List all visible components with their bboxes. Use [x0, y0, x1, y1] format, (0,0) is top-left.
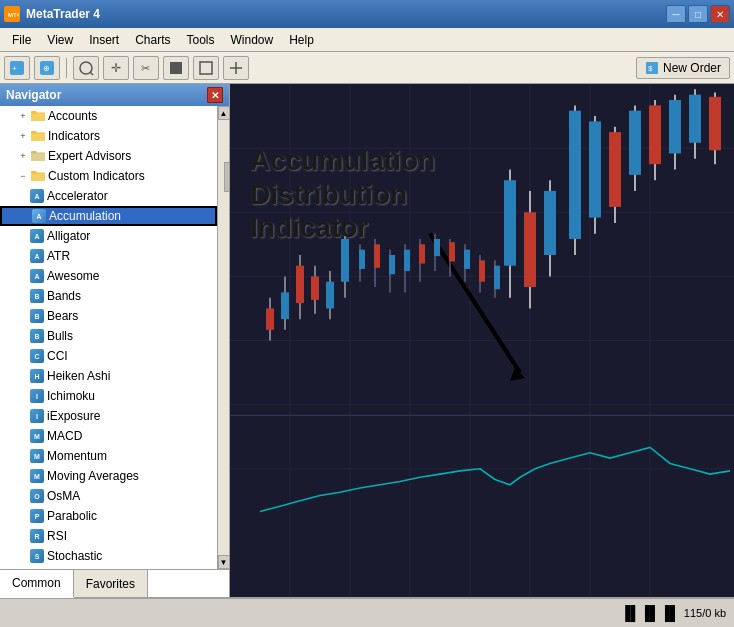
svg-text:⊕: ⊕	[43, 64, 50, 73]
moving-averages-icon: M	[30, 469, 44, 483]
tree-item-heiken-ashi[interactable]: H Heiken Ashi	[0, 366, 217, 386]
bands-icon: B	[30, 289, 44, 303]
svg-rect-36	[296, 266, 304, 303]
tab-favorites[interactable]: Favorites	[74, 570, 148, 597]
status-chart-icon: ▐▌▐▌▐▌	[620, 605, 680, 621]
tree-item-macd[interactable]: M MACD	[0, 426, 217, 446]
momentum-label: Momentum	[47, 449, 107, 463]
svg-rect-10	[170, 62, 182, 74]
expand-accounts-icon: +	[16, 109, 30, 123]
scroll-up-button[interactable]: ▲	[218, 106, 230, 120]
menu-tools[interactable]: Tools	[179, 31, 223, 49]
tree-item-awesome[interactable]: A Awesome	[0, 266, 217, 286]
title-bar-left: MT4 MetaTrader 4	[4, 6, 100, 22]
tree-item-rsi[interactable]: R RSI	[0, 526, 217, 546]
tree-item-custom-indicators[interactable]: − Custom Indicators	[0, 166, 217, 186]
navigator-scrollbar[interactable]: ▲ ▼	[217, 106, 229, 569]
toolbar-btn-8[interactable]	[223, 56, 249, 80]
tree-item-accumulation[interactable]: A Accumulation	[0, 206, 217, 226]
stochastic-icon: S	[30, 549, 44, 563]
svg-rect-11	[200, 62, 212, 74]
accounts-label: Accounts	[48, 109, 97, 123]
rsi-icon: R	[30, 529, 44, 543]
minimize-button[interactable]: ─	[666, 5, 686, 23]
scroll-thumb[interactable]	[224, 162, 230, 192]
svg-rect-81	[419, 244, 425, 263]
menu-view[interactable]: View	[39, 31, 81, 49]
stochastic-label: Stochastic	[47, 549, 102, 563]
svg-rect-40	[326, 282, 334, 309]
menu-window[interactable]: Window	[223, 31, 282, 49]
maximize-button[interactable]: □	[688, 5, 708, 23]
chart-area: Accumulation Distribution Indicator	[230, 84, 734, 597]
alligator-icon: A	[30, 229, 44, 243]
svg-rect-56	[609, 132, 621, 207]
toolbar-btn-2[interactable]: ⊕	[34, 56, 60, 80]
tree-item-momentum[interactable]: M Momentum	[0, 446, 217, 466]
tree-item-indicators[interactable]: + Indicators	[0, 126, 217, 146]
expand-indicators-icon: +	[16, 129, 30, 143]
indicators-label: Indicators	[48, 129, 100, 143]
status-memory-text: 115/0 kb	[684, 607, 726, 619]
tree-item-accelerator[interactable]: A Accelerator	[0, 186, 217, 206]
toolbar-btn-7[interactable]	[193, 56, 219, 80]
tree-item-stochastic[interactable]: S Stochastic	[0, 546, 217, 566]
tree-item-expert-advisors[interactable]: + Expert Advisors	[0, 146, 217, 166]
moving-averages-label: Moving Averages	[47, 469, 139, 483]
macd-icon: M	[30, 429, 44, 443]
rsi-label: RSI	[47, 529, 67, 543]
tree-item-osma[interactable]: O OsMA	[0, 486, 217, 506]
svg-rect-34	[281, 292, 289, 319]
ci-label: Custom Indicators	[48, 169, 145, 183]
new-order-button[interactable]: $ New Order	[636, 57, 730, 79]
tree-item-accounts[interactable]: + Accounts	[0, 106, 217, 126]
osma-label: OsMA	[47, 489, 80, 503]
menu-insert[interactable]: Insert	[81, 31, 127, 49]
menu-charts[interactable]: Charts	[127, 31, 178, 49]
toolbar-btn-1[interactable]: +	[4, 56, 30, 80]
tree-item-moving-averages[interactable]: M Moving Averages	[0, 466, 217, 486]
bands-label: Bands	[47, 289, 81, 303]
menu-help[interactable]: Help	[281, 31, 322, 49]
expand-ci-icon: −	[16, 169, 30, 183]
tree-item-alligator[interactable]: A Alligator	[0, 226, 217, 246]
cci-label: CCI	[47, 349, 68, 363]
tree-item-cci[interactable]: C CCI	[0, 346, 217, 366]
ea-label: Expert Advisors	[48, 149, 131, 163]
svg-line-7	[90, 72, 93, 75]
tab-common-label: Common	[12, 576, 61, 590]
toolbar-btn-6[interactable]	[163, 56, 189, 80]
svg-rect-48	[524, 212, 536, 287]
toolbar-btn-3[interactable]	[73, 56, 99, 80]
toolbar-btn-5[interactable]: ✂	[133, 56, 159, 80]
annotation-line3: Indicator	[250, 211, 435, 245]
close-button[interactable]: ✕	[710, 5, 730, 23]
svg-rect-38	[311, 276, 319, 300]
svg-rect-52	[569, 111, 581, 239]
tree-item-atr[interactable]: A ATR	[0, 246, 217, 266]
svg-rect-84	[464, 250, 470, 269]
menu-file[interactable]: File	[4, 31, 39, 49]
toolbar: + ⊕ ✛ ✂ $ New Order	[0, 52, 734, 84]
status-memory: ▐▌▐▌▐▌ 115/0 kb	[620, 605, 726, 621]
tree-item-iexposure[interactable]: I iExposure	[0, 406, 217, 426]
awesome-label: Awesome	[47, 269, 99, 283]
tree-item-bears[interactable]: B Bears	[0, 306, 217, 326]
parabolic-label: Parabolic	[47, 509, 97, 523]
svg-text:✛: ✛	[111, 61, 121, 75]
iexposure-icon: I	[30, 409, 44, 423]
svg-rect-60	[649, 105, 661, 164]
scroll-down-button[interactable]: ▼	[218, 555, 230, 569]
svg-rect-78	[374, 244, 380, 268]
tree-item-ichimoku[interactable]: I Ichimoku	[0, 386, 217, 406]
svg-text:$: $	[648, 64, 653, 73]
tree-item-bulls[interactable]: B Bulls	[0, 326, 217, 346]
tab-common[interactable]: Common	[0, 570, 74, 598]
alligator-label: Alligator	[47, 229, 90, 243]
tab-favorites-label: Favorites	[86, 577, 135, 591]
tree-item-parabolic[interactable]: P Parabolic	[0, 506, 217, 526]
accelerator-label: Accelerator	[47, 189, 108, 203]
navigator-close-button[interactable]: ✕	[207, 87, 223, 103]
toolbar-btn-4[interactable]: ✛	[103, 56, 129, 80]
tree-item-bands[interactable]: B Bands	[0, 286, 217, 306]
